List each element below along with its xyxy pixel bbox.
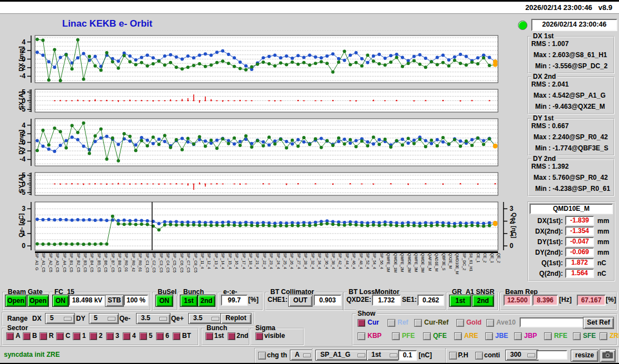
statusbar-input[interactable] [536, 350, 567, 360]
monitor-row-label: DX(1st): [530, 217, 563, 225]
xaxis-tick-label: QWFE_2M [400, 253, 404, 272]
conti-checkbox[interactable] [475, 352, 483, 360]
show-jbp-checkbox[interactable] [514, 332, 522, 340]
range-qem-select[interactable]: 3.5 [136, 313, 170, 324]
screenshot-button[interactable] [600, 349, 616, 362]
charge-chart: 32103210 [16, 200, 521, 252]
gr-a1-1st-button[interactable]: 1st [449, 295, 471, 307]
se1-readout: 0.262 [417, 295, 444, 306]
s sector-bt-checkbox[interactable] [173, 332, 180, 340]
set-ref-button[interactable]: Set Ref [583, 317, 614, 329]
sector-6-checkbox[interactable] [156, 332, 164, 340]
svg-text:0: 0 [22, 180, 26, 188]
replot-button[interactable]: Replot [220, 313, 251, 324]
show-cur-ref-checkbox[interactable] [414, 319, 422, 327]
resize-button[interactable]: resize [571, 350, 598, 362]
svg-text:0: 0 [22, 242, 26, 250]
beam-gate-open1-button[interactable]: Open [5, 295, 27, 307]
sector-b-checkbox[interactable] [23, 332, 31, 340]
dy-1st-max: Max : 2.240@SP_R0_42 [534, 133, 608, 141]
show-cur-checkbox[interactable] [358, 319, 365, 327]
xaxis-tick-label: QWDE_1M [394, 253, 397, 272]
svg-text:4: 4 [22, 38, 26, 46]
sector-a-checkbox[interactable] [6, 332, 14, 340]
threshold-input[interactable]: 0.1 [398, 350, 417, 361]
bunch-2nd-checkbox[interactable] [228, 332, 235, 340]
range-qep-select[interactable]: 3.5 [188, 313, 223, 324]
points-select[interactable]: 300 [505, 350, 539, 361]
che1-out-button[interactable]: OUT [288, 295, 313, 307]
show-kbp-label: KBP [368, 332, 381, 340]
sector-4-checkbox[interactable] [123, 332, 130, 340]
chg-th-checkbox[interactable] [258, 352, 266, 360]
bunch-number-select[interactable]: 1st [366, 350, 401, 361]
sx-steering-chart: 50-5 [16, 88, 521, 114]
xaxis-tick-label: SP_DC_2 [462, 253, 466, 270]
sigma-visible-checkbox[interactable] [255, 332, 263, 340]
sy-steering-chart: 50-5 [16, 171, 521, 198]
sector-5-checkbox[interactable] [139, 332, 147, 340]
xaxis-tick-label: SP_42_4 [338, 253, 342, 269]
ref-name-input[interactable] [520, 317, 587, 327]
dx-1st-min: Min : -3.556@SP_DC_2 [535, 62, 607, 70]
xaxis-tick-label: SP_52_4 [366, 253, 370, 269]
xaxis-tick-label: SP_26_4 [290, 253, 294, 269]
range-dy-select[interactable]: 5 [89, 313, 119, 324]
show-qfe-label: QFE [433, 332, 447, 340]
xaxis-tick-label: SP_18_4 [249, 253, 253, 269]
sector-label: Sector [6, 324, 29, 332]
show-pfe-checkbox[interactable] [392, 332, 400, 340]
show-kbp-checkbox[interactable] [358, 332, 365, 340]
monitor-row-unit: mm [597, 217, 609, 225]
xaxis-tick-label: SP_C3_C5 [159, 253, 163, 272]
gr-a1-2nd-button[interactable]: 2nd [472, 295, 494, 307]
option-menu-dash-icon [212, 317, 219, 321]
sector-2-checkbox[interactable] [89, 332, 97, 340]
ph-label: P.H [458, 351, 468, 359]
ee-ratio-group: e-:e- 99.7 [%] [218, 292, 263, 311]
xaxis-tick-label: SP_B6_C5 [104, 253, 108, 272]
bpm-select[interactable]: SP_A1_G [315, 350, 369, 361]
xaxis-tick-label: SP_16_4 [235, 253, 239, 269]
bunch-1st-label: 1st [214, 332, 224, 340]
sector-c-checkbox[interactable] [56, 332, 64, 340]
svg-text:0: 0 [22, 139, 26, 146]
bunch-2nd-button[interactable]: 2nd [198, 295, 215, 307]
xaxis-tick-label: QBF3E_S [442, 253, 446, 271]
chg-th-select[interactable]: A [290, 350, 314, 361]
sector-6-label: 6 [165, 332, 169, 340]
sector-r-checkbox[interactable] [39, 332, 47, 340]
svg-text:0: 0 [22, 55, 26, 63]
beam-gate-open2-button[interactable]: Open [27, 295, 49, 307]
busel-on-button[interactable]: ON [155, 295, 173, 307]
xaxis-tick-label: SP_24_4 [276, 253, 280, 269]
show-zre-checkbox[interactable] [600, 332, 607, 340]
show-ref-checkbox[interactable] [387, 319, 395, 327]
fc15-on-button[interactable]: ON [52, 295, 69, 307]
fc15-stb-button[interactable]: STB [105, 295, 124, 307]
sector-3-checkbox[interactable] [106, 332, 114, 340]
bpm-monitor-title[interactable]: QMD10E_M [530, 204, 613, 214]
dy-2nd-max: Max : 5.760@SP_R0_42 [534, 174, 608, 181]
svg-text:-5: -5 [19, 105, 26, 113]
xaxis-tick-label: SP_28_4 [304, 253, 308, 269]
xaxis-tick-label: SP_22_4 [263, 253, 266, 269]
svg-text:5: 5 [22, 171, 26, 179]
bunch-1st-button[interactable]: 1st [180, 295, 198, 307]
dy-1st-stats-label: DY 1st [531, 114, 555, 122]
show-ave10-checkbox[interactable] [486, 319, 494, 327]
monitor-row-label: DY(1st): [530, 238, 563, 246]
xaxis-tick-label: SP_C1_C5 [145, 253, 149, 272]
sector-1-checkbox[interactable] [73, 332, 80, 340]
show-jbe-checkbox[interactable] [485, 332, 493, 340]
ph-checkbox[interactable] [449, 352, 457, 360]
show-sfe-checkbox[interactable] [573, 332, 581, 340]
show-are-checkbox[interactable] [454, 332, 462, 340]
show-gold-checkbox[interactable] [456, 319, 464, 327]
monitor-row-value: -0.047 [565, 237, 594, 246]
show-rfe-checkbox[interactable] [544, 332, 552, 340]
show-qfe-checkbox[interactable] [423, 332, 431, 340]
gr-a1-snsr-group: GR_A1 SNSR 1st 2nd [446, 292, 499, 311]
bunch-1st-checkbox[interactable] [205, 332, 213, 340]
range-dx-select[interactable]: 5 [45, 313, 75, 324]
